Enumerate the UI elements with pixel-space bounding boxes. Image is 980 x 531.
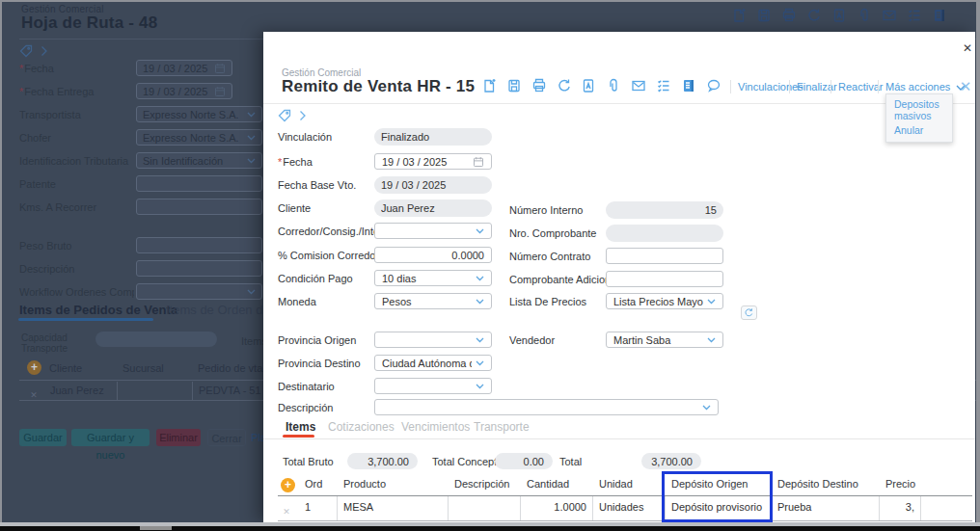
comision-label: % Comision Corredor — [278, 247, 379, 264]
new-document-icon[interactable] — [481, 78, 497, 93]
bg-workflow-select[interactable] — [136, 283, 262, 300]
lista-precios-select[interactable]: Lista Precios Mayorista — [606, 293, 723, 309]
vinculaciones-link[interactable]: Vinculaciones — [738, 81, 803, 93]
cell-extra[interactable] — [921, 496, 972, 520]
journal-icon[interactable] — [932, 8, 947, 23]
refresh-button[interactable] — [741, 305, 757, 320]
chevron-down-icon — [476, 299, 484, 305]
reactivar-link[interactable]: Reactivar — [838, 81, 883, 93]
horizontal-scrollbar-thumb[interactable] — [140, 526, 172, 530]
bg-cell-sucursal[interactable] — [118, 382, 193, 400]
save-icon[interactable] — [756, 8, 772, 23]
print-icon[interactable] — [531, 78, 547, 93]
bg-tab-items-pedidos[interactable]: Items de Pedidos de Venta — [19, 303, 177, 317]
menu-item-depositos-masivos[interactable]: Depositos masivos — [886, 97, 952, 123]
bg-cell-cliente[interactable]: Juan Perez — [44, 382, 118, 400]
bg-field-identificacion: Identificacion Tributaria Sin Identifica… — [19, 152, 262, 170]
bg-fecha-entrega-input[interactable]: 19 / 03 / 2025 — [136, 83, 232, 99]
bg-descripcion-input[interactable] — [136, 260, 262, 277]
document-a-icon[interactable] — [831, 8, 847, 23]
fecha-base-value: 19 / 03 / 2025 — [374, 176, 492, 194]
journal-icon[interactable] — [681, 78, 696, 93]
bg-add-row-button[interactable] — [27, 360, 41, 375]
mas-acciones-menu-button[interactable]: Más acciones — [885, 81, 966, 93]
cell-cantidad[interactable]: 1.0000 — [521, 496, 593, 520]
menu-item-anular[interactable]: Anular — [886, 123, 952, 139]
bg-transportista-select[interactable]: Expresso Norte S.A. — [136, 106, 262, 122]
items-table-row: 1 MESA 1.0000 Unidades Depósito provisor… — [299, 496, 972, 520]
moneda-select[interactable]: Pesos — [374, 293, 492, 309]
bg-cell-pedido[interactable]: PEDVTA - 51 — [193, 382, 270, 400]
descripcion-label: Descripción — [278, 399, 333, 416]
bg-peso-bruto-input[interactable] — [136, 237, 262, 253]
delete-item-button[interactable] — [280, 501, 293, 515]
vendedor-select[interactable]: Martin Saba — [606, 332, 723, 348]
provincia-destino-select[interactable]: Ciudad Autónoma de Bu — [374, 355, 492, 371]
bg-fecha-input[interactable]: 19 / 03 / 2025 — [136, 60, 232, 76]
comprobante-adicional-input[interactable] — [606, 271, 723, 287]
checklist-icon[interactable] — [907, 8, 922, 23]
save-icon[interactable] — [506, 78, 522, 93]
close-dialog-icon[interactable] — [960, 39, 975, 54]
descripcion-select[interactable] — [374, 399, 719, 415]
total-label: Total — [559, 456, 582, 467]
vendedor-label: Vendedor — [509, 332, 555, 349]
new-document-icon[interactable] — [731, 8, 747, 23]
provincia-origen-select[interactable] — [374, 332, 492, 348]
toolbar-divider — [789, 80, 790, 93]
comment-icon[interactable] — [706, 78, 721, 93]
bg-field-peso-bruto: Peso Bruto — [19, 237, 262, 254]
corredor-select[interactable] — [374, 223, 492, 239]
mail-icon[interactable] — [631, 78, 646, 93]
bg-toolbar — [731, 8, 947, 23]
bg-identificacion-select[interactable]: Sin Identificación — [136, 152, 262, 169]
bg-delete-row-button[interactable] — [27, 385, 41, 398]
close-record-icon[interactable] — [957, 78, 974, 95]
chevron-down-icon — [476, 384, 484, 389]
print-icon[interactable] — [781, 8, 797, 23]
checklist-icon[interactable] — [656, 78, 671, 93]
guardar-y-nuevo-button[interactable]: Guardar y nuevo — [71, 429, 150, 446]
toolbar-divider — [830, 80, 831, 93]
cell-unidad[interactable]: Unidades — [593, 496, 666, 520]
col-cantidad: Cantidad — [521, 474, 593, 495]
fecha-input[interactable]: 19 / 03 / 2025 — [374, 153, 492, 170]
tab-vencimientos[interactable]: Vencimientos — [401, 420, 470, 434]
condicion-pago-select[interactable]: 10 dias — [374, 270, 492, 286]
cell-precio[interactable]: 3, — [880, 496, 921, 520]
document-a-icon[interactable] — [581, 78, 596, 93]
history-icon[interactable] — [557, 78, 572, 93]
tab-cotizaciones[interactable]: Cotizaciones — [328, 420, 395, 434]
tab-transporte[interactable]: Transporte — [474, 420, 530, 434]
bg-field-transportista: Transportista Expresso Norte S.A. — [19, 106, 262, 123]
mas-acciones-dropdown: Depositos masivos Anular — [885, 93, 953, 143]
chevron-down-icon — [707, 299, 716, 305]
cell-producto[interactable]: MESA — [338, 496, 449, 520]
attachment-icon[interactable] — [606, 78, 621, 93]
add-item-button[interactable] — [281, 478, 295, 492]
col-precio: Precio — [880, 474, 921, 495]
history-icon[interactable] — [806, 8, 822, 23]
bg-field-workflow: Workflow Ordenes Compra — [19, 283, 262, 301]
cell-deposito-destino[interactable]: Prueba — [772, 496, 880, 520]
attachment-icon[interactable] — [857, 8, 872, 23]
bg-field-fecha: *Fecha 19 / 03 / 2025 — [19, 60, 262, 77]
comprobante-adicional-label: Comprobante Adicional — [509, 271, 619, 288]
bg-field-fecha-entrega: *Fecha Entrega 19 / 03 / 2025 — [19, 83, 262, 100]
bg-kms-input[interactable] — [136, 199, 262, 215]
cerrar-button[interactable]: Cerrar — [207, 429, 246, 446]
chevron-down-icon — [247, 289, 256, 295]
destinatario-select[interactable] — [374, 378, 492, 394]
eliminar-button[interactable]: Eliminar — [156, 429, 201, 446]
comision-input[interactable]: 0.0000 — [374, 247, 492, 263]
cell-deposito-origen[interactable]: Depósito provisorio — [666, 496, 772, 520]
mail-icon[interactable] — [882, 8, 897, 23]
tab-items[interactable]: Items — [286, 420, 315, 434]
numero-contrato-input[interactable] — [606, 248, 723, 264]
bg-patente-input[interactable] — [136, 175, 262, 192]
bg-chofer-select[interactable]: Expresso Norte S.A. — [136, 129, 262, 146]
active-tab-underline — [283, 435, 314, 438]
cell-descripcion[interactable] — [449, 496, 521, 520]
cell-ord[interactable]: 1 — [299, 496, 338, 520]
guardar-button[interactable]: Guardar — [19, 429, 67, 446]
